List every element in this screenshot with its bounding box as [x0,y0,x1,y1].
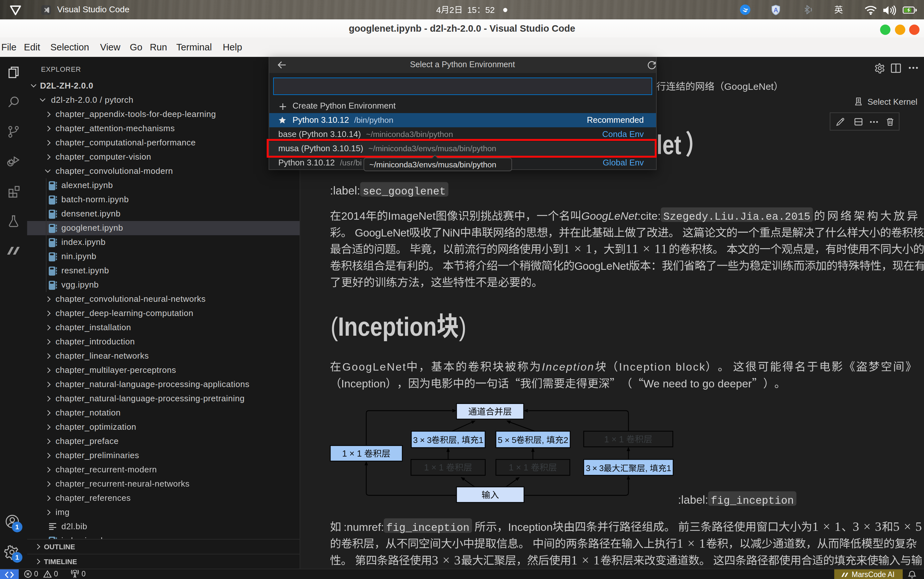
svg-text:A: A [774,6,778,13]
svg-text:1: 1 [15,523,19,530]
svg-text:1: 1 [15,553,19,561]
